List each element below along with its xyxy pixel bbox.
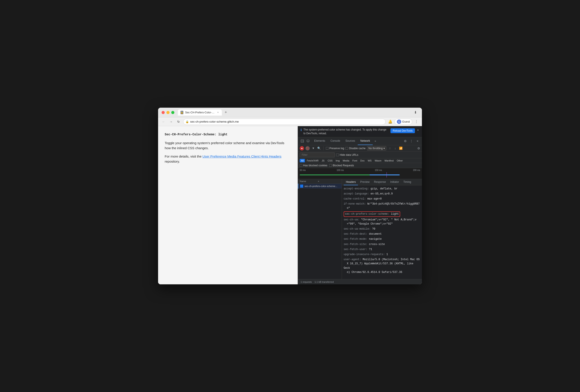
web-paragraph-2-pre: For more details, visit the bbox=[165, 154, 202, 158]
filter-type-media[interactable]: Media bbox=[341, 159, 351, 162]
filter-type-all[interactable]: All bbox=[300, 159, 305, 162]
header-entries: accept-encoding: gzip, deflate, br accep… bbox=[342, 186, 422, 276]
wifi-icon[interactable]: 📶 bbox=[399, 146, 403, 151]
filter-input[interactable] bbox=[300, 153, 335, 157]
tab-sources[interactable]: Sources bbox=[343, 137, 358, 145]
panel-tab-response[interactable]: Response bbox=[372, 179, 388, 185]
filter-types: All Fetch/XHR JS CSS Img Media Font Doc … bbox=[300, 159, 404, 162]
disable-cache-label: Disable cache bbox=[349, 147, 365, 150]
profile-button[interactable]: G Guest bbox=[394, 119, 412, 125]
hide-data-urls-group: Hide data URLs bbox=[336, 153, 358, 156]
tab-close-button[interactable]: × bbox=[217, 111, 219, 114]
web-paragraph-1: Toggle your operating system's preferred… bbox=[165, 141, 291, 151]
request-item[interactable]: sec-ch-prefers-color-scheme... bbox=[298, 184, 342, 189]
header-sec-fetch-dest: sec-fetch-dest: document bbox=[344, 232, 420, 237]
back-button[interactable]: ← bbox=[161, 119, 166, 125]
filter-bar: Hide data URLs bbox=[298, 152, 422, 158]
blocked-cookies-checkbox[interactable] bbox=[300, 164, 302, 167]
reload-devtools-button[interactable]: Reload DevTools bbox=[391, 128, 415, 133]
filter-type-manifest[interactable]: Manifest bbox=[383, 159, 395, 162]
traffic-lights bbox=[162, 111, 174, 114]
blocked-requests-checkbox[interactable] bbox=[329, 164, 332, 167]
header-user-agent: user-agent: Mozilla/5.0 (Macintosh; Inte… bbox=[344, 257, 420, 275]
preserve-log-label: Preserve log bbox=[329, 147, 344, 150]
devtools-device-icon[interactable] bbox=[305, 138, 311, 144]
filter-type-doc[interactable]: Doc bbox=[359, 159, 366, 162]
minimize-button[interactable] bbox=[166, 111, 169, 114]
bell-icon[interactable]: 🔔 bbox=[387, 119, 393, 125]
filter-type-font[interactable]: Font bbox=[351, 159, 359, 162]
maximize-button[interactable] bbox=[171, 111, 174, 114]
svg-rect-1 bbox=[307, 140, 309, 142]
network-settings-icon[interactable]: ⚙ bbox=[417, 147, 420, 150]
filter-type-ws[interactable]: WS bbox=[366, 159, 373, 162]
blocked-cookies-label: Has blocked cookies bbox=[303, 164, 327, 167]
filter-type-img[interactable]: Img bbox=[334, 159, 341, 162]
nav-right-controls: 🔔 G Guest ⋮ bbox=[387, 119, 419, 125]
new-tab-button[interactable]: + bbox=[223, 109, 229, 115]
tab-console[interactable]: Console bbox=[328, 137, 343, 145]
header-sec-fetch-mode: sec-fetch-mode: navigate bbox=[344, 237, 420, 242]
filter-icon[interactable]: ▼ bbox=[311, 146, 315, 151]
requests-count: 1 requests bbox=[300, 281, 312, 283]
data-transferred: 1.1 kB transferred bbox=[314, 281, 333, 283]
devtools-inspect-icon[interactable] bbox=[300, 138, 305, 144]
panel-tab-headers[interactable]: Headers bbox=[344, 179, 358, 185]
request-list-header: Name × bbox=[298, 179, 342, 184]
header-upgrade-insecure: upgrade-insecure-requests: 1 bbox=[344, 252, 420, 257]
title-bar: 🔒 Sec-CH-Prefers-Color-Schem... × + ⬇ bbox=[158, 108, 422, 117]
filter-type-wasm[interactable]: Wasm bbox=[373, 159, 383, 162]
filter-type-other[interactable]: Other bbox=[395, 159, 404, 162]
upload-download-icons: ↑ ↓ bbox=[388, 146, 397, 151]
lock-icon: 🔒 bbox=[186, 120, 189, 123]
tab-title: Sec-CH-Prefers-Color-Schem... bbox=[185, 111, 215, 114]
status-bar: 1 requests 1.1 kB transferred bbox=[298, 279, 422, 284]
filter-type-js[interactable]: JS bbox=[320, 159, 326, 162]
panel-tab-initiator[interactable]: Initiator bbox=[388, 179, 401, 185]
download-icon[interactable]: ↓ bbox=[393, 146, 397, 151]
tab-network[interactable]: Network bbox=[358, 137, 373, 145]
panel-tabs: Headers Preview Response Initiator Timin… bbox=[342, 179, 422, 186]
devtools-tabs: Elements Console Sources Network » bbox=[311, 137, 403, 145]
close-panel-icon[interactable]: × bbox=[318, 180, 319, 183]
address-bar[interactable]: 🔒 sec-ch-prefers-color-scheme.glitch.me bbox=[183, 119, 386, 125]
tab-elements[interactable]: Elements bbox=[311, 137, 328, 145]
web-paragraph-2-post: repository. bbox=[165, 160, 180, 163]
filter-type-bar: All Fetch/XHR JS CSS Img Media Font Doc … bbox=[298, 158, 422, 163]
preserve-log-checkbox[interactable] bbox=[326, 147, 328, 150]
banner-close-button[interactable]: × bbox=[417, 128, 419, 132]
web-content: Sec-CH-Prefers-Color-Scheme: light Toggl… bbox=[158, 126, 298, 284]
clear-button[interactable]: 🚫 bbox=[305, 146, 310, 151]
hide-data-urls-checkbox[interactable] bbox=[336, 154, 339, 156]
download-icon[interactable]: ⬇ bbox=[412, 109, 418, 115]
devtools-close-icon[interactable]: × bbox=[415, 138, 420, 144]
header-accept-encoding: accept-encoding: gzip, deflate, br bbox=[344, 186, 420, 191]
more-tabs-button[interactable]: » bbox=[373, 137, 378, 145]
devtools-settings-icon[interactable]: ⚙ bbox=[403, 138, 408, 144]
reload-button[interactable]: ↻ bbox=[176, 119, 181, 125]
web-link[interactable]: User Preference Media Features Client Hi… bbox=[202, 154, 282, 158]
timeline-bar-green bbox=[300, 175, 372, 175]
throttle-dropdown[interactable]: No throttling ▾ bbox=[367, 146, 387, 151]
active-tab[interactable]: 🔒 Sec-CH-Prefers-Color-Schem... × bbox=[178, 109, 222, 115]
panel-tab-timing[interactable]: Timing bbox=[401, 179, 413, 185]
filter-type-fetch[interactable]: Fetch/XHR bbox=[305, 159, 320, 162]
request-item-name: sec-ch-prefers-color-scheme... bbox=[304, 185, 337, 188]
disable-cache-group: Disable cache bbox=[345, 147, 365, 150]
close-button[interactable] bbox=[162, 111, 165, 114]
tab-favicon: 🔒 bbox=[180, 111, 183, 114]
disable-cache-checkbox[interactable] bbox=[345, 147, 348, 150]
timeline-labels: 50 ms 100 ms 150 ms 200 ms bbox=[300, 168, 420, 172]
filter-type-css[interactable]: CSS bbox=[326, 159, 334, 162]
panel-tab-preview[interactable]: Preview bbox=[358, 179, 372, 185]
filter-row2: Has blocked cookies Blocked Requests bbox=[298, 163, 422, 168]
browser-window: 🔒 Sec-CH-Prefers-Color-Schem... × + ⬇ ← … bbox=[158, 108, 422, 284]
forward-button[interactable]: → bbox=[168, 119, 174, 125]
search-icon[interactable]: 🔍 bbox=[317, 146, 321, 151]
header-sec-ch-prefers: sec-ch-prefers-color-scheme: light bbox=[344, 211, 420, 217]
devtools-more-icon[interactable]: ⋮ bbox=[409, 138, 414, 144]
info-banner-text: The system-preferred color scheme has ch… bbox=[303, 128, 389, 135]
menu-icon[interactable]: ⋮ bbox=[414, 119, 419, 125]
record-button[interactable]: ● bbox=[300, 146, 304, 151]
upload-icon[interactable]: ↑ bbox=[388, 146, 392, 151]
